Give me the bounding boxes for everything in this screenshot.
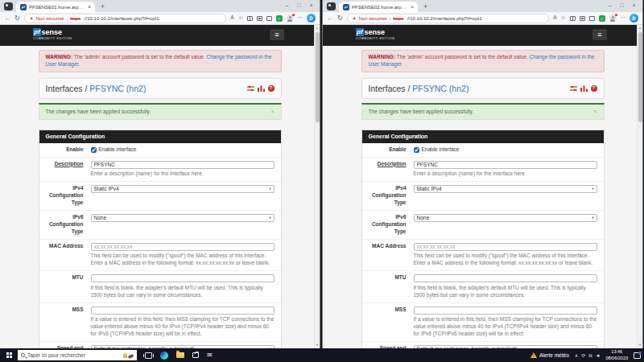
favorites-star-icon[interactable]: ☆ bbox=[561, 15, 566, 21]
address-bar[interactable]: ▲ Non sécurisé | https ://10.10.10.2/int… bbox=[347, 14, 550, 23]
extension-badge-icon[interactable]: ✓ bbox=[599, 15, 605, 22]
reload-button[interactable]: ↻ bbox=[337, 15, 343, 22]
related-status-icon[interactable] bbox=[570, 85, 577, 92]
scrollbar[interactable]: ▲ ▼ bbox=[637, 25, 642, 348]
success-close-icon[interactable]: × bbox=[270, 108, 274, 116]
success-close-icon[interactable]: × bbox=[593, 108, 597, 116]
mss-input[interactable] bbox=[414, 306, 597, 315]
profile-avatar[interactable] bbox=[609, 14, 617, 22]
more-menu-icon[interactable]: ⋯ bbox=[621, 15, 626, 21]
not-secure-label[interactable]: Non sécurisé bbox=[359, 16, 387, 21]
more-menu-icon[interactable]: ⋯ bbox=[298, 15, 303, 21]
pfsense-logo[interactable]: pf sense COMMUNITY EDITION bbox=[356, 28, 395, 40]
bing-discover-icon[interactable]: b bbox=[307, 14, 316, 23]
mac-address-row: MAC Address This field can be used to mo… bbox=[39, 239, 281, 270]
scrollbar-thumb[interactable] bbox=[316, 32, 320, 122]
browser-tab[interactable]: pf PFSENSE01.home.arpa - Interfaces × bbox=[16, 2, 95, 12]
weather-alert[interactable]: Alerte météo bbox=[530, 352, 569, 358]
collections-icon[interactable] bbox=[257, 16, 262, 21]
notification-center-icon[interactable] bbox=[634, 352, 641, 359]
related-status-icon[interactable] bbox=[247, 85, 254, 92]
ipv4-type-value: Static IPv4 bbox=[417, 186, 442, 193]
help-icon[interactable]: ? bbox=[591, 85, 597, 92]
menu-hamburger-icon[interactable]: ≡ bbox=[270, 29, 284, 40]
description-input[interactable] bbox=[414, 161, 597, 169]
extension-badge-icon[interactable]: ✓ bbox=[276, 15, 283, 22]
read-aloud-icon[interactable]: A bbox=[230, 15, 233, 21]
scrollbar-thumb[interactable] bbox=[638, 32, 642, 122]
edge-icon[interactable] bbox=[160, 352, 168, 360]
description-input[interactable] bbox=[91, 161, 275, 169]
read-aloud-icon[interactable]: A bbox=[553, 15, 556, 21]
pfsense-logo[interactable]: pf sense COMMUNITY EDITION bbox=[33, 28, 72, 40]
microsoft-store-icon[interactable] bbox=[192, 352, 199, 358]
mtu-input[interactable] bbox=[91, 274, 275, 282]
tab-strip: pf PFSENSE01.home.arpa - Interfaces × + … bbox=[0, 0, 320, 12]
browser-tab[interactable]: pf PFSENSE02.home.arpa - Interfaces × bbox=[339, 2, 418, 12]
new-tab-button[interactable]: + bbox=[101, 2, 105, 10]
back-button[interactable]: ← bbox=[327, 15, 333, 22]
related-log-icon[interactable] bbox=[258, 85, 265, 92]
minimize-button[interactable]: – bbox=[604, 0, 616, 10]
enable-interface-checkbox[interactable] bbox=[91, 147, 97, 153]
back-button[interactable]: ← bbox=[4, 15, 10, 22]
minimize-button[interactable]: – bbox=[281, 0, 293, 10]
task-view-icon[interactable] bbox=[145, 352, 152, 359]
mss-input[interactable] bbox=[91, 306, 275, 315]
page-title-panel: Interfaces / PFSYNC (hn2) ? bbox=[39, 78, 282, 99]
favorites-star-icon[interactable]: ☆ bbox=[238, 15, 243, 21]
tab-actions-icon[interactable] bbox=[327, 2, 336, 10]
tab-actions-icon[interactable] bbox=[4, 2, 13, 10]
extensions-icon[interactable] bbox=[266, 16, 272, 21]
help-icon[interactable]: ? bbox=[268, 85, 275, 92]
taskbar-search[interactable]: Taper ici pour rechercher bbox=[18, 350, 137, 360]
split-screen-icon[interactable] bbox=[570, 16, 576, 21]
taskbar-clock[interactable]: 13:46 08/06/2023 bbox=[605, 349, 628, 361]
toolbar-icons: A ☆ ✓ ⋯ b bbox=[230, 14, 316, 23]
ipv6-type-select[interactable]: None▾ bbox=[91, 214, 275, 222]
profile-avatar[interactable] bbox=[287, 14, 294, 22]
tray-chevron-icon[interactable]: ∧ bbox=[575, 353, 578, 358]
related-log-icon[interactable] bbox=[580, 85, 588, 92]
scrollbar[interactable]: ▲ ▼ bbox=[314, 25, 320, 348]
bing-discover-icon[interactable]: b bbox=[630, 14, 638, 23]
enable-row: Enable Enable interface bbox=[39, 143, 281, 157]
new-tab-button[interactable]: + bbox=[423, 2, 427, 10]
maximize-button[interactable]: □ bbox=[616, 0, 628, 10]
maximize-button[interactable]: □ bbox=[293, 0, 305, 10]
scrollbar-down-icon[interactable]: ▼ bbox=[638, 342, 642, 348]
mail-icon[interactable]: ✉ bbox=[207, 352, 213, 359]
not-secure-label[interactable]: Non sécurisé bbox=[36, 16, 64, 21]
tray-network-icon[interactable]: ⧉ bbox=[588, 353, 592, 358]
ipv4-type-select[interactable]: Static IPv4▾ bbox=[91, 185, 275, 193]
mtu-input[interactable] bbox=[414, 274, 597, 282]
start-button[interactable] bbox=[0, 348, 18, 362]
tab-close-icon[interactable]: × bbox=[88, 4, 91, 10]
split-screen-icon[interactable] bbox=[247, 16, 253, 21]
scrollbar-down-icon[interactable]: ▼ bbox=[315, 342, 320, 348]
success-text: The changes have been applied successful… bbox=[46, 109, 151, 116]
close-button[interactable]: × bbox=[305, 0, 317, 10]
mac-address-input[interactable] bbox=[91, 243, 275, 251]
enable-interface-checkbox[interactable] bbox=[414, 147, 419, 153]
address-bar[interactable]: ▲ Non sécurisé | https ://10.10.10.1/int… bbox=[24, 14, 227, 23]
scrollbar-up-icon[interactable]: ▲ bbox=[638, 25, 642, 31]
file-explorer-icon[interactable] bbox=[176, 352, 184, 358]
tray-sync-icon[interactable]: ⟳ bbox=[581, 353, 585, 358]
mtu-row: MTU If this field is blank, the adapter'… bbox=[362, 270, 604, 302]
ipv4-type-label: IPv4 Configuration Type bbox=[49, 185, 84, 205]
menu-hamburger-icon[interactable]: ≡ bbox=[592, 29, 607, 40]
extensions-icon[interactable] bbox=[589, 16, 595, 21]
collections-icon[interactable] bbox=[580, 16, 585, 21]
tray-volume-icon[interactable]: ◄ bbox=[596, 353, 601, 358]
pfsense-navbar: pf sense COMMUNITY EDITION ≡ bbox=[0, 25, 320, 46]
reload-button[interactable]: ↻ bbox=[14, 15, 20, 22]
mac-address-input[interactable] bbox=[414, 243, 597, 251]
ipv6-type-select[interactable]: None▾ bbox=[414, 214, 597, 222]
scrollbar-up-icon[interactable]: ▲ bbox=[315, 25, 320, 31]
url-divider: | bbox=[390, 16, 391, 21]
warning-prefix: WARNING: bbox=[369, 54, 396, 60]
tab-close-icon[interactable]: × bbox=[411, 4, 414, 10]
close-button[interactable]: × bbox=[628, 0, 640, 10]
ipv4-type-select[interactable]: Static IPv4▾ bbox=[414, 185, 597, 193]
